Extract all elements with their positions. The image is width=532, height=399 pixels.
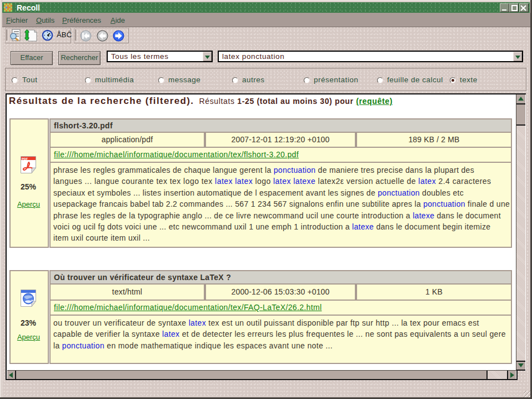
svg-text:PDF: PDF [22, 157, 28, 161]
